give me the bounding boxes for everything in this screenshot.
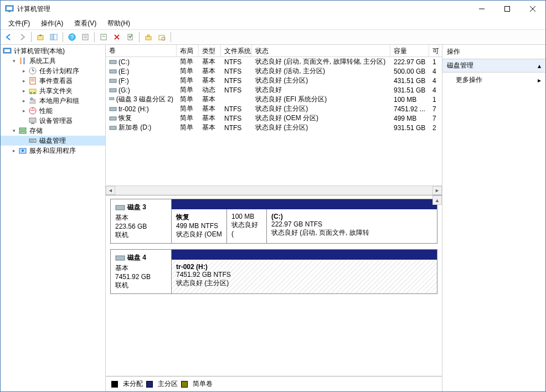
menu-view[interactable]: 查看(V) [69,18,102,29]
tree-device-manager[interactable]: ▸ 设备管理器 [1,116,105,126]
tree-storage[interactable]: ▾ 存储 [1,126,105,136]
close-button[interactable] [520,1,545,17]
disk-status: 联机 [115,230,167,240]
menu-file[interactable]: 文件(F) [3,18,35,29]
tree-system-tools[interactable]: ▾ 系统工具 [1,56,105,66]
forward-button[interactable] [16,31,28,43]
expand-icon[interactable]: ▸ [20,97,27,104]
table-row[interactable]: 恢复简单基本NTFS状态良好 (OEM 分区)499 MB7 [106,114,442,123]
tree-event-viewer[interactable]: ▸ 事件查看器 [1,76,105,86]
expand-icon[interactable]: ▸ [20,68,27,74]
table-row[interactable]: (磁盘 3 磁盘分区 2)简单基本状态良好 (EFI 系统分区)100 MB1 [106,95,442,104]
tree-services-apps[interactable]: ▸ 服务和应用程序 [1,146,105,156]
scroll-right-icon[interactable]: ► [432,186,442,195]
disk-type: 基本 [115,264,167,273]
delete-button[interactable] [111,31,123,43]
disk-row-3[interactable]: 磁盘 3 基本 223.56 GB 联机 恢复 499 MB NTFS [110,199,437,244]
menu-help[interactable]: 帮助(H) [102,18,136,29]
menu-action[interactable]: 操作(A) [35,18,69,29]
svg-rect-58 [116,205,125,210]
svg-rect-50 [110,60,116,64]
partition-status: 状态良好 (主分区) [176,278,432,288]
minimize-button[interactable] [469,1,495,17]
table-row[interactable]: (C:)简单基本NTFS状态良好 (启动, 页面文件, 故障转储, 主分区)22… [106,57,442,66]
svg-point-37 [33,99,36,102]
expand-icon[interactable]: ▸ [20,107,27,114]
table-row[interactable]: (G:)简单动态NTFS状态良好931.51 GB4 [106,85,442,95]
scroll-left-icon[interactable]: ◄ [106,186,115,195]
svg-rect-54 [110,97,114,100]
properties-button[interactable] [79,31,91,43]
svg-rect-25 [20,58,22,64]
tree-disk-management[interactable]: ▸ 磁盘管理 [1,136,105,146]
tree-root[interactable]: 计算机管理(本地) [1,46,105,56]
col-type[interactable]: 类型 [199,45,221,56]
expand-icon[interactable]: ▸ [20,78,27,84]
action2-button[interactable] [156,31,168,43]
partition-size: 7451.92 GB NTFS [176,271,432,278]
horizontal-scrollbar[interactable]: ◄ ► [106,185,442,195]
tree-local-users[interactable]: ▸ 本地用户和组 [1,96,105,106]
tree-shared-folders[interactable]: ▸ 共享文件夹 [1,86,105,96]
svg-rect-7 [38,35,43,40]
col-volume[interactable]: 卷 [106,45,177,56]
col-capacity[interactable]: 容量 [390,45,429,56]
collapse-icon[interactable]: ▾ [11,58,17,64]
volume-icon [109,68,117,75]
table-row[interactable]: (E:)简单基本NTFS状态良好 (活动, 主分区)500.00 GB4 [106,66,442,76]
disk-info: 磁盘 3 基本 223.56 GB 联机 [111,199,172,243]
disk-row-4[interactable]: 磁盘 4 基本 7451.92 GB 联机 tr-002 (H:) 7451.9… [110,249,437,294]
svg-rect-1 [7,7,12,10]
svg-rect-26 [23,58,25,64]
expand-icon[interactable]: ▸ [11,147,17,154]
svg-rect-19 [146,37,151,40]
collapse-icon[interactable]: ▴ [538,62,541,70]
partition[interactable]: 100 MB 状态良好 ( [227,209,267,243]
maximize-button[interactable] [495,1,520,17]
partition[interactable]: 恢复 499 MB NTFS 状态良好 (OEM [172,209,227,243]
navigation-tree[interactable]: 计算机管理(本地) ▾ 系统工具 ▸ 任务计划程序 ▸ 事件查看器 ▸ 共享文件… [1,45,106,391]
chevron-right-icon: ▸ [538,76,541,84]
col-extra[interactable]: 可 [429,45,439,56]
actions-more-label: 更多操作 [456,75,482,85]
up-button[interactable] [34,31,47,43]
col-status[interactable]: 状态 [252,45,390,56]
table-row[interactable]: tr-002 (H:)简单基本NTFS状态良好 (主分区)7451.92 ...… [106,104,442,114]
tree-label: 任务计划程序 [39,66,79,76]
volume-icon [109,106,117,112]
svg-point-49 [22,149,24,152]
disk-icon [115,254,125,262]
col-layout[interactable]: 布局 [177,45,199,56]
disk-size: 223.56 GB [115,223,167,230]
tree-label: 磁盘管理 [39,136,66,146]
disk-graphical-view[interactable]: ▲ 磁盘 3 基本 223.56 GB 联机 [106,195,442,376]
svg-rect-2 [8,11,11,12]
table-row[interactable]: (F:)简单基本NTFS状态良好 (主分区)431.51 GB4 [106,76,442,85]
partition[interactable]: (C:) 222.97 GB NTFS 状态良好 (启动, 页面文件, 故障转 [267,209,437,243]
col-filesystem[interactable]: 文件系统 [221,45,252,56]
svg-rect-24 [4,49,10,52]
show-hide-tree-button[interactable] [48,31,60,43]
settings-button[interactable] [124,31,136,43]
actions-section[interactable]: 磁盘管理 ▴ [442,59,545,73]
help-button[interactable]: ? [66,31,78,43]
svg-rect-9 [54,34,57,40]
actions-more[interactable]: 更多操作 ▸ [442,73,545,87]
tree-label: 性能 [39,106,53,116]
refresh-button[interactable] [97,31,110,43]
tree-label: 存储 [29,126,43,136]
list-body[interactable]: (C:)简单基本NTFS状态良好 (启动, 页面文件, 故障转储, 主分区)22… [106,57,442,185]
back-button[interactable] [3,31,15,43]
tree-performance[interactable]: ▸ 性能 [1,106,105,116]
volume-list: 卷 布局 类型 文件系统 状态 容量 可 (C:)简单基本NTFS状态良好 (启… [106,45,442,195]
partition-size: 499 MB NTFS [176,222,222,230]
action1-button[interactable] [142,31,154,43]
partition-status: 状态良好 (启动, 页面文件, 故障转 [271,228,432,238]
partition[interactable]: tr-002 (H:) 7451.92 GB NTFS 状态良好 (主分区) [172,260,437,293]
tree-task-scheduler[interactable]: ▸ 任务计划程序 [1,66,105,76]
expand-icon[interactable]: ▸ [20,87,27,94]
collapse-icon[interactable]: ▾ [11,127,17,134]
scroll-up-icon[interactable]: ▲ [432,195,442,205]
table-row[interactable]: 新加卷 (D:)简单基本NTFS状态良好 (主分区)931.51 GB2 [106,123,442,132]
svg-point-47 [34,140,35,141]
